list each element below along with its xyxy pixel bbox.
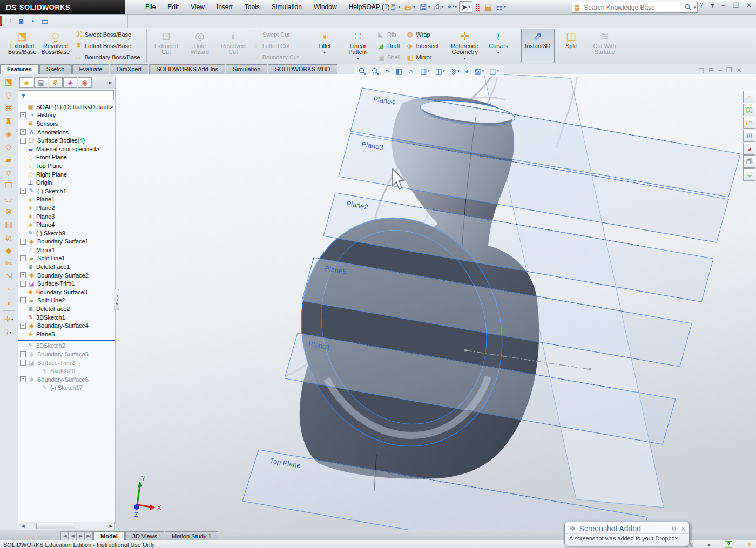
- new-document-button[interactable]: 🗋▾: [388, 1, 403, 13]
- select-button[interactable]: ➤▾: [459, 1, 473, 13]
- extend-surface-button[interactable]: ⇲: [2, 270, 16, 283]
- tree-item-split-line1[interactable]: +▰Split Line1: [18, 254, 115, 263]
- expand-icon[interactable]: +: [20, 138, 26, 144]
- file-explorer-tab[interactable]: ⊞: [743, 130, 755, 142]
- dropdown-icon[interactable]: ▾: [11, 317, 13, 321]
- dropdown-icon[interactable]: ▾: [497, 69, 500, 73]
- dimxpertmanager-tab[interactable]: ◈: [63, 77, 77, 88]
- tree-item-plane2[interactable]: ◈Plane2: [18, 204, 115, 212]
- propertymanager-tab[interactable]: ▤: [34, 77, 48, 88]
- menu-view[interactable]: View: [185, 1, 211, 13]
- collapse-icon[interactable]: −: [20, 360, 26, 366]
- tab-solidworks-add-ins[interactable]: SOLIDWORKS Add-Ins: [149, 64, 225, 74]
- boundary-boss-base-button[interactable]: ▱Boundary Boss/Base: [72, 52, 144, 63]
- dropdown-icon[interactable]: ▾: [504, 5, 506, 9]
- filled-surface-button[interactable]: ◇: [2, 140, 16, 153]
- expand-icon[interactable]: +: [20, 351, 26, 357]
- open-button[interactable]: 🗁▾: [402, 1, 417, 13]
- search-box[interactable]: ▤ ▾: [572, 2, 698, 13]
- reference-geometry-button[interactable]: ✛▾: [2, 313, 16, 326]
- tab-nav-0[interactable]: |◀: [60, 531, 69, 540]
- menu-help[interactable]: Help: [343, 1, 368, 13]
- knit-surface-button[interactable]: 🝳: [2, 231, 16, 244]
- thicken-button[interactable]: ◆: [2, 244, 16, 257]
- restore-button[interactable]: ❐: [731, 1, 741, 10]
- tree-item-front-plane[interactable]: ◇Front Plane: [18, 153, 115, 162]
- doc-restore-button[interactable]: ❐: [726, 66, 732, 74]
- zoom-to-fit-button[interactable]: [356, 66, 369, 76]
- tree-item-top-plane[interactable]: ◇Top Plane: [18, 161, 115, 170]
- tree-item-mirror1[interactable]: ⁄Mirror1: [18, 246, 115, 254]
- notification-close-icon[interactable]: ✕: [681, 525, 686, 532]
- custom-properties-tab[interactable]: 🗇: [743, 155, 755, 168]
- offset-surface-button[interactable]: ❒: [2, 179, 16, 192]
- help-button[interactable]: ?: [698, 1, 706, 10]
- pin-icon[interactable]: ⌖: [371, 3, 375, 11]
- scroll-left-icon[interactable]: ◀: [19, 524, 26, 529]
- dropdown-icon[interactable]: ▾: [357, 56, 359, 62]
- tree-filter[interactable]: ▼: [19, 90, 114, 100]
- search-input[interactable]: [583, 3, 685, 12]
- dropdown-icon[interactable]: ▾: [10, 330, 11, 334]
- status-expand-icon[interactable]: ▴: [707, 541, 711, 548]
- delete-face-button[interactable]: ⊗: [2, 205, 16, 218]
- tab-sketch[interactable]: Sketch: [39, 64, 72, 74]
- tree-item-history[interactable]: +◔History: [18, 111, 115, 120]
- rebuild-button[interactable]: ⣿: [473, 1, 482, 13]
- display-style-button[interactable]: ◫▾: [433, 66, 448, 76]
- toolbar-grip[interactable]: ⋮⋮: [4, 18, 12, 24]
- tree-item-deleteface2[interactable]: ⊗DeleteFace2: [18, 305, 115, 313]
- options-button[interactable]: ⚏▾: [494, 1, 508, 13]
- dropdown-icon[interactable]: ▾: [399, 5, 401, 9]
- curves-button[interactable]: ≀Curves▾: [482, 29, 515, 63]
- expand-icon[interactable]: +: [20, 255, 26, 261]
- zoom-to-selection-button[interactable]: ➣: [382, 66, 393, 76]
- tab-evaluate[interactable]: Evaluate: [72, 64, 110, 74]
- dropbox-notification[interactable]: ❖ Screenshot Added ⚙ ✕ A screenshot was …: [564, 522, 690, 546]
- screen-capture-button[interactable]: ◙: [16, 16, 26, 26]
- featuremanager-tab[interactable]: ◆: [19, 77, 33, 88]
- hide-show-items-button[interactable]: ◎▾: [448, 66, 462, 76]
- tag-icon[interactable]: 🖈: [746, 541, 753, 548]
- instant3d-button[interactable]: ⇗Instant3D: [521, 29, 555, 63]
- tree-item-sketch20[interactable]: ✎Sketch20: [18, 367, 115, 375]
- draft-button[interactable]: ◢Draft: [375, 40, 403, 51]
- fillet-button[interactable]: ◖Fillet▾: [308, 29, 341, 63]
- dropdown-icon[interactable]: ▾: [413, 5, 415, 9]
- save-button[interactable]: 🖫▾: [417, 1, 433, 13]
- swept-surface-button[interactable]: ⌘: [2, 102, 16, 114]
- doc-close-button[interactable]: ✕: [737, 66, 742, 74]
- apply-scene-button[interactable]: ▨▾: [472, 66, 487, 76]
- close-button[interactable]: ✕: [744, 1, 754, 10]
- mirror-button[interactable]: ◧Mirror: [403, 52, 442, 63]
- view-settings-button[interactable]: ▤▾: [487, 66, 502, 76]
- menu-insert[interactable]: Insert: [211, 1, 239, 13]
- search-dropdown-icon[interactable]: ▾: [693, 5, 696, 10]
- menu-simulation[interactable]: Simulation: [266, 1, 308, 13]
- expand-icon[interactable]: +: [20, 239, 26, 245]
- forum-tab[interactable]: 🗨: [743, 168, 755, 181]
- expand-icon[interactable]: +: [20, 272, 26, 278]
- curves-button[interactable]: ≀▾: [2, 326, 16, 339]
- tree-item-surface-bodies-4[interactable]: +❒Surface Bodies(4): [18, 136, 115, 145]
- tree-item-3dsketch1[interactable]: ✎3DSketch1: [18, 313, 115, 322]
- print-button[interactable]: ⎙▾: [432, 1, 446, 13]
- dropdown-icon[interactable]: ▾: [469, 5, 471, 9]
- split-button[interactable]: ◫Split: [555, 29, 588, 63]
- menu-tools[interactable]: Tools: [239, 1, 266, 13]
- dropdown-icon[interactable]: ▾: [457, 69, 460, 73]
- zoom-to-area-button[interactable]: [369, 66, 382, 76]
- expand-icon[interactable]: +: [20, 129, 26, 135]
- tab-features[interactable]: Features: [0, 64, 39, 74]
- quick-tips-icon[interactable]: ?: [725, 541, 732, 548]
- tree-item-right-plane[interactable]: ◇Right Plane: [18, 170, 115, 179]
- tree-item-3dsketch2[interactable]: ✎3DSketch2: [18, 342, 115, 350]
- tree-item-plane5[interactable]: ◈Plane5: [18, 330, 115, 339]
- tree-item-split-line2[interactable]: +▰Split Line2: [18, 296, 115, 305]
- doc-tab-motion-study-1[interactable]: Motion Study 1: [165, 531, 218, 540]
- panel-splitter[interactable]: ◂◂◂: [114, 289, 119, 310]
- tree-item-sketch1[interactable]: +✎(-) Sketch1: [18, 187, 115, 195]
- tab-nav-1[interactable]: ◀: [69, 531, 77, 540]
- expand-icon[interactable]: +: [20, 281, 26, 287]
- menu-edit[interactable]: Edit: [161, 1, 185, 13]
